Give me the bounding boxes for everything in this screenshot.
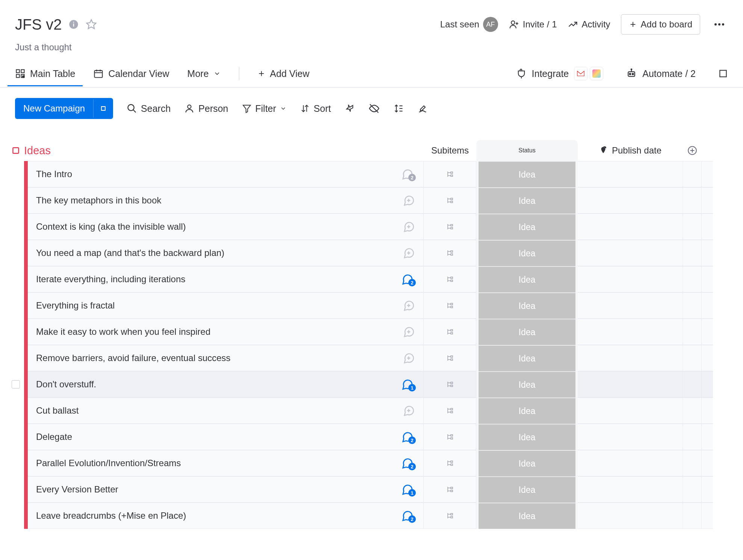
row-checkbox[interactable] [8,371,24,397]
row-extra-cell[interactable] [683,319,702,345]
row-checkbox[interactable] [8,187,24,214]
chat-icon[interactable] [402,220,415,233]
add-column-button[interactable] [683,140,702,161]
last-seen[interactable]: Last seen AF [440,17,498,32]
chat-icon[interactable] [402,352,415,364]
group-collapse-icon[interactable] [8,146,24,155]
chat-icon[interactable]: 1 [401,483,415,496]
subitems-cell[interactable] [424,266,476,292]
publish-date-cell[interactable] [578,503,683,529]
row-checkbox[interactable] [8,319,24,345]
row-extra-cell[interactable] [683,266,702,292]
avatar[interactable]: AF [483,17,498,32]
publish-date-cell[interactable] [578,161,683,187]
row-name[interactable]: You need a map (and that's the backward … [36,248,224,258]
status-cell[interactable]: Idea [476,319,578,345]
status-cell[interactable]: Idea [476,161,578,187]
publish-date-cell[interactable] [578,292,683,319]
subitems-cell[interactable] [424,161,476,187]
subitems-cell[interactable] [424,371,476,397]
new-item-dropdown-icon[interactable] [93,99,113,117]
row-name[interactable]: Context is king (aka the invisible wall) [36,221,186,232]
status-cell[interactable]: Idea [476,424,578,450]
row-checkbox[interactable] [8,266,24,292]
row-name[interactable]: Iterate everything, including iterations [36,274,186,285]
table-row[interactable]: Parallel Evolution/Invention/Streams2Ide… [8,450,735,476]
publish-date-cell[interactable] [578,450,683,476]
row-checkbox[interactable] [8,345,24,371]
tab-main-table[interactable]: Main Table [15,68,75,86]
publish-date-cell[interactable] [578,397,683,424]
table-row[interactable]: Everything is fractalIdea [8,292,735,319]
subitems-cell[interactable] [424,214,476,240]
row-extra-cell[interactable] [683,345,702,371]
row-checkbox[interactable] [8,240,24,266]
filter-button[interactable]: Filter [242,103,287,114]
status-cell[interactable]: Idea [476,240,578,266]
person-filter-button[interactable]: Person [184,103,228,114]
row-extra-cell[interactable] [683,240,702,266]
row-name[interactable]: Every Version Better [36,484,118,495]
gmail-icon[interactable] [574,67,587,80]
publish-date-cell[interactable] [578,266,683,292]
chat-icon[interactable] [402,299,415,312]
publish-date-cell[interactable] [578,476,683,503]
status-cell[interactable]: Idea [476,345,578,371]
status-cell[interactable]: Idea [476,214,578,240]
group-title[interactable]: Ideas [24,145,422,157]
row-name[interactable]: Delegate [36,432,72,442]
chat-icon[interactable]: 2 [401,168,415,181]
row-checkbox[interactable] [8,450,24,476]
subitems-cell[interactable] [424,319,476,345]
publish-date-cell[interactable] [578,240,683,266]
status-cell[interactable]: Idea [476,476,578,503]
table-row[interactable]: Don't overstuff.1Idea [8,371,735,397]
tab-more[interactable]: More [187,68,221,86]
row-extra-cell[interactable] [683,476,702,503]
automate-button[interactable]: Automate / 2 [626,68,696,86]
publish-date-cell[interactable] [578,345,683,371]
table-row[interactable]: You need a map (and that's the backward … [8,240,735,266]
publish-date-cell[interactable] [578,214,683,240]
invite-button[interactable]: Invite / 1 [509,19,557,30]
table-row[interactable]: The Intro2Idea [8,161,735,187]
status-cell[interactable]: Idea [476,266,578,292]
row-checkbox[interactable] [8,476,24,503]
tab-calendar[interactable]: Calendar View [93,68,169,86]
board-title[interactable]: JFS v2 [15,16,62,33]
table-row[interactable]: Iterate everything, including iterations… [8,266,735,292]
row-checkbox[interactable] [8,214,24,240]
status-cell[interactable]: Idea [476,397,578,424]
table-row[interactable]: Remove barriers, avoid failure, eventual… [8,345,735,371]
more-menu-icon[interactable] [711,23,728,26]
add-to-board-button[interactable]: Add to board [621,14,700,35]
status-cell[interactable]: Idea [476,187,578,214]
chat-icon[interactable]: 2 [401,431,415,443]
publish-date-cell[interactable] [578,187,683,214]
integrate-button[interactable]: Integrate [516,67,604,87]
chat-icon[interactable] [402,194,415,207]
table-row[interactable]: Context is king (aka the invisible wall)… [8,214,735,240]
table-row[interactable]: The key metaphors in this bookIdea [8,187,735,214]
row-name[interactable]: Cut ballast [36,405,79,416]
column-header-status[interactable]: Status [476,140,578,161]
row-name[interactable]: Make it easy to work when you feel inspi… [36,327,210,337]
chat-icon[interactable]: 1 [401,378,415,391]
color-icon[interactable] [417,103,428,114]
subitems-cell[interactable] [424,503,476,529]
subitems-cell[interactable] [424,450,476,476]
row-checkbox[interactable] [8,161,24,187]
row-extra-cell[interactable] [683,161,702,187]
subitems-cell[interactable] [424,240,476,266]
row-extra-cell[interactable] [683,503,702,529]
table-row[interactable]: Make it easy to work when you feel inspi… [8,319,735,345]
activity-button[interactable]: Activity [568,19,610,30]
subitems-cell[interactable] [424,476,476,503]
add-view-button[interactable]: Add View [257,68,310,86]
search-button[interactable]: Search [127,103,171,114]
row-checkbox[interactable] [8,503,24,529]
row-checkbox[interactable] [8,397,24,424]
table-row[interactable]: Every Version Better1Idea [8,476,735,503]
row-extra-cell[interactable] [683,424,702,450]
row-name[interactable]: The key metaphors in this book [36,195,162,206]
